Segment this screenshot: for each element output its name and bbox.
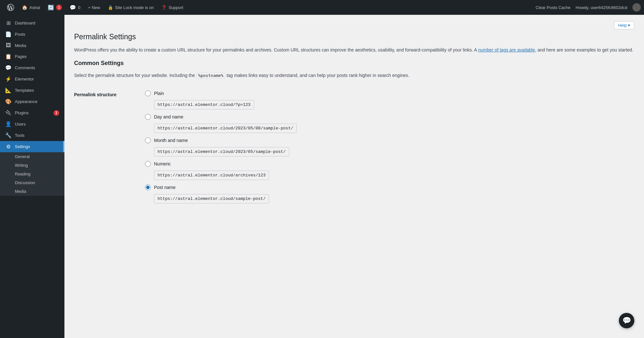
new-content-button[interactable]: + New [84,0,104,15]
intro-description: WordPress offers you the ability to crea… [74,46,634,53]
sidebar-item-elementor[interactable]: ⚡ Elementor [0,73,64,85]
media-icon: 🖼 [5,42,12,48]
site-name-button[interactable]: 🏠 Astral [18,0,44,15]
sidebar-item-label: Users [15,122,26,127]
option-numeric-label: Numeric [154,161,171,166]
wp-logo-button[interactable] [3,0,18,15]
sidebar-item-label: Pages [15,54,27,59]
plugins-badge: 1 [53,110,59,116]
chat-icon: 💬 [622,316,631,325]
templates-icon: 📐 [5,87,12,93]
main-content: Help ▾ Permalink Settings WordPress offe… [64,15,644,338]
comments-icon: 💬 [70,5,76,11]
elementor-icon: ⚡ [5,76,12,82]
sidebar-item-appearance[interactable]: 🎨 Appearance [0,96,64,107]
option-month-and-name-label: Month and name [154,138,188,143]
avatar[interactable] [632,3,641,12]
comments-button[interactable]: 💬 0 [66,0,84,15]
option-numeric[interactable]: Numeric [145,161,634,167]
pages-icon: 📋 [5,53,12,60]
sidebar-item-plugins[interactable]: 🔌 Plugins 1 [0,107,64,118]
sidebar-item-settings[interactable]: ⚙ Settings [0,141,64,152]
option-day-and-name-label: Day and name [154,114,183,119]
updates-button[interactable]: 🔄 1 [44,0,66,15]
option-day-and-name[interactable]: Day and name [145,114,634,120]
updates-icon: 🔄 [48,5,54,11]
sidebar-item-media[interactable]: 🖼 Media [0,40,64,51]
sidebar-item-label: Appearance [15,99,37,104]
sidebar-item-label: Elementor [15,77,34,81]
dashboard-icon: ⊞ [5,20,12,26]
submenu-discussion[interactable]: Discussion [0,178,64,187]
sidebar-item-label: Plugins [15,110,29,115]
sidebar-item-label: Tools [15,133,24,138]
posts-icon: 📄 [5,31,12,37]
option-month-and-name[interactable]: Month and name [145,137,634,143]
page-title: Permalink Settings [74,33,634,41]
appearance-icon: 🎨 [5,99,12,105]
radio-day-and-name[interactable] [145,114,151,120]
sidebar-item-label: Settings [15,144,30,149]
permalink-options: Plain https://astral.elementor.cloud/?p=… [145,86,634,213]
day-and-name-url: https://astral.elementor.cloud/2023/05/0… [154,124,297,133]
post-name-url: https://astral.elementor.cloud/sample-po… [154,194,269,203]
tags-link[interactable]: number of tags are available [478,47,535,52]
sidebar: ⊞ Dashboard 📄 Posts 🖼 Media 📋 Pages 💬 Co… [0,15,64,338]
help-button[interactable]: Help ▾ [614,21,634,29]
users-icon: 👤 [5,121,12,127]
settings-icon: ⚙ [5,144,12,150]
sidebar-item-comments[interactable]: 💬 Comments [0,62,64,73]
postname-code: %postname% [196,72,225,79]
clear-cache-button[interactable]: Clear Posts Cache [535,5,570,10]
settings-table: Permalink structure Plain https://astral… [74,86,634,213]
submenu-writing[interactable]: Writing [0,161,64,170]
submenu-general[interactable]: General [0,152,64,161]
radio-post-name[interactable] [145,184,151,190]
lock-icon: 🔒 [108,5,113,10]
option-plain[interactable]: Plain [145,90,634,96]
sidebar-item-label: Comments [15,65,35,70]
permalink-structure-label: Permalink structure [74,86,145,213]
radio-plain[interactable] [145,90,151,96]
sidebar-item-label: Dashboard [15,21,35,25]
sidebar-item-label: Posts [15,32,25,37]
page-wrap: Permalink Settings WordPress offers you … [74,33,634,213]
option-plain-label: Plain [154,91,164,96]
sidebar-item-users[interactable]: 👤 Users [0,118,64,130]
radio-numeric[interactable] [145,161,151,167]
numeric-url: https://astral.elementor.cloud/archives/… [154,171,269,180]
sidebar-item-pages[interactable]: 📋 Pages [0,51,64,62]
select-description: Select the permalink structure for your … [74,72,634,79]
chat-bubble-button[interactable]: 💬 [619,313,634,328]
sidebar-item-dashboard[interactable]: ⊞ Dashboard [0,17,64,29]
month-and-name-url: https://astral.elementor.cloud/2023/05/s… [154,147,289,156]
sidebar-item-posts[interactable]: 📄 Posts [0,29,64,40]
user-greeting[interactable]: Howdy, user6425fc8602dcd [576,5,627,10]
support-icon: ❓ [161,5,167,10]
submenu-reading[interactable]: Reading [0,170,64,178]
comments-nav-icon: 💬 [5,65,12,71]
option-post-name[interactable]: Post name [145,184,634,190]
sidebar-item-templates[interactable]: 📐 Templates [0,85,64,96]
sidebar-item-label: Templates [15,88,34,93]
common-settings-title: Common Settings [74,60,634,67]
submenu-media[interactable]: Media [0,187,64,196]
admin-bar: 🏠 Astral 🔄 1 💬 0 + New 🔒 Site Lock mode … [0,0,644,15]
sidebar-item-tools[interactable]: 🔧 Tools [0,130,64,141]
plugins-icon: 🔌 [5,110,12,116]
support-button[interactable]: ❓ Support [158,0,187,15]
site-lock-button[interactable]: 🔒 Site Lock mode is on [104,0,158,15]
home-icon: 🏠 [22,5,27,10]
radio-month-and-name[interactable] [145,137,151,143]
plain-url: https://astral.elementor.cloud/?p=123 [154,100,254,109]
sidebar-item-label: Media [15,43,26,48]
settings-submenu: General Writing Reading Discussion Media [0,152,64,196]
option-post-name-label: Post name [154,185,176,190]
tools-icon: 🔧 [5,132,12,138]
